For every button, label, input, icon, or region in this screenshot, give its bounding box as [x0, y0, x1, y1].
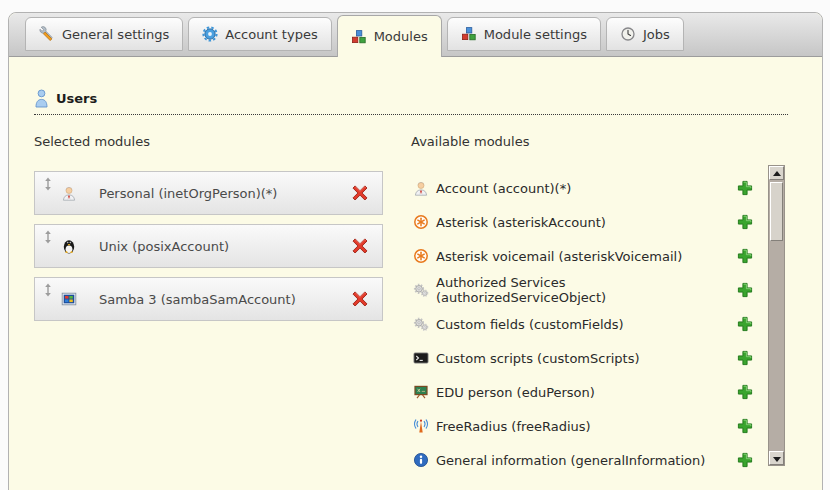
- terminal-icon: [413, 350, 429, 366]
- selected-modules-heading: Selected modules: [34, 134, 383, 150]
- person-icon: [61, 185, 77, 201]
- delete-icon[interactable]: [351, 290, 369, 308]
- drag-handle-icon[interactable]: [43, 177, 53, 191]
- gears-icon: [413, 316, 429, 332]
- add-icon[interactable]: [737, 282, 753, 298]
- selected-modules-column: Selected modules Personal (inetOrgPerson…: [34, 134, 383, 477]
- scrollbar-track[interactable]: [768, 165, 785, 466]
- wrench-icon: [39, 26, 55, 42]
- modules-icon: [351, 29, 367, 45]
- tab-jobs[interactable]: Jobs: [606, 17, 684, 51]
- gear-icon: [202, 26, 218, 42]
- selected-module-row: Samba 3 (sambaSamAccount): [34, 277, 383, 321]
- tab-label: Jobs: [643, 27, 670, 42]
- tab-strip: General settingsAccount typesModulesModu…: [9, 13, 822, 57]
- antenna-icon: [413, 418, 429, 434]
- delete-icon[interactable]: [351, 184, 369, 202]
- section-heading: Users: [34, 89, 788, 115]
- tab-module-settings[interactable]: Module settings: [447, 17, 601, 51]
- tab-modules[interactable]: Modules: [337, 15, 442, 57]
- modules-icon: [461, 26, 477, 42]
- selected-module-label: Samba 3 (sambaSamAccount): [99, 292, 296, 307]
- scrollbar-thumb[interactable]: [770, 182, 783, 241]
- available-module-label: FreeRadius (freeRadius): [436, 419, 591, 434]
- available-modules-heading: Available modules: [411, 134, 761, 150]
- tab-label: Account types: [225, 27, 317, 42]
- info-icon: [413, 452, 429, 468]
- available-module-label: Custom fields (customFields): [436, 317, 624, 332]
- available-module-row: Account (account)(*): [411, 171, 761, 205]
- add-icon[interactable]: [737, 350, 753, 366]
- available-module-label: General information (generalInformation): [436, 453, 705, 468]
- gears-icon: [413, 282, 429, 298]
- asterisk-icon: [413, 248, 429, 264]
- available-module-label: Authorized Services (authorizedServiceOb…: [436, 275, 737, 305]
- add-icon[interactable]: [737, 316, 753, 332]
- tab-label: General settings: [62, 27, 169, 42]
- available-module-row: Asterisk (asteriskAccount): [411, 205, 761, 239]
- add-icon[interactable]: [737, 384, 753, 400]
- windows-icon: [61, 291, 77, 307]
- add-icon[interactable]: [737, 248, 753, 264]
- scrollbar-down-button[interactable]: [769, 451, 784, 465]
- clock-icon: [620, 26, 636, 42]
- person-icon: [413, 180, 429, 196]
- add-icon[interactable]: [737, 180, 753, 196]
- delete-icon[interactable]: [351, 237, 369, 255]
- available-module-row: Custom fields (customFields): [411, 307, 761, 341]
- available-module-label: EDU person (eduPerson): [436, 385, 595, 400]
- available-module-label: Asterisk (asteriskAccount): [436, 215, 606, 230]
- drag-handle-icon[interactable]: [43, 283, 53, 297]
- selected-modules-list: Personal (inetOrgPerson)(*)Unix (posixAc…: [34, 171, 383, 321]
- selected-module-row: Personal (inetOrgPerson)(*): [34, 171, 383, 215]
- settings-window: General settingsAccount typesModulesModu…: [8, 12, 823, 490]
- tab-label: Module settings: [484, 27, 587, 42]
- add-icon[interactable]: [737, 452, 753, 468]
- tab-general-settings[interactable]: General settings: [25, 17, 183, 51]
- scroll-down-icon: [773, 457, 781, 462]
- scrollbar-up-button[interactable]: [769, 166, 784, 180]
- available-module-row: Authorized Services (authorizedServiceOb…: [411, 273, 761, 307]
- tab-account-types[interactable]: Account types: [188, 17, 331, 51]
- available-modules-list: Account (account)(*)Asterisk (asteriskAc…: [411, 171, 761, 477]
- selected-module-label: Unix (posixAccount): [99, 239, 229, 254]
- available-module-row: Asterisk voicemail (asteriskVoicemail): [411, 239, 761, 273]
- available-module-row: FreeRadius (freeRadius): [411, 409, 761, 443]
- available-module-label: Asterisk voicemail (asteriskVoicemail): [436, 249, 682, 264]
- available-module-row: Custom scripts (customScripts): [411, 341, 761, 375]
- selected-module-label: Personal (inetOrgPerson)(*): [99, 186, 277, 201]
- selected-module-row: Unix (posixAccount): [34, 224, 383, 268]
- available-module-row: EDU person (eduPerson): [411, 375, 761, 409]
- available-modules-column: Available modules Account (account)(*)As…: [411, 134, 761, 477]
- available-module-label: Account (account)(*): [436, 181, 571, 196]
- available-module-row: General information (generalInformation): [411, 443, 761, 477]
- add-icon[interactable]: [737, 418, 753, 434]
- section-title: Users: [56, 91, 97, 106]
- asterisk-icon: [413, 214, 429, 230]
- available-module-label: Custom scripts (customScripts): [436, 351, 640, 366]
- drag-handle-icon[interactable]: [43, 230, 53, 244]
- blackboard-icon: [413, 384, 429, 400]
- user-icon: [34, 89, 49, 108]
- add-icon[interactable]: [737, 214, 753, 230]
- module-columns: Selected modules Personal (inetOrgPerson…: [34, 134, 822, 477]
- scroll-up-icon: [773, 171, 781, 176]
- tux-icon: [61, 238, 77, 254]
- tab-label: Modules: [374, 29, 428, 44]
